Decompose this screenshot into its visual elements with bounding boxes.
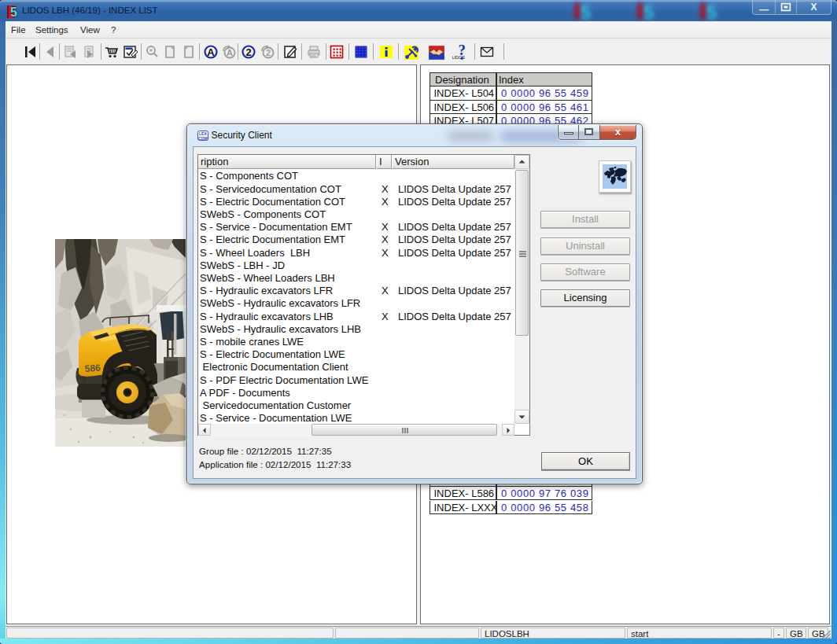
svg-text:5: 5 [10, 6, 17, 18]
svg-text:COM: COM [198, 136, 208, 141]
svg-text:586: 586 [84, 362, 101, 374]
svg-text:A: A [227, 48, 233, 57]
svg-text:5: 5 [581, 2, 591, 20]
svg-text:5: 5 [706, 2, 717, 20]
svg-text:5: 5 [643, 2, 654, 20]
svg-text:LIDOS: LIDOS [452, 55, 465, 60]
svg-text:2: 2 [245, 46, 251, 58]
svg-text:2: 2 [266, 48, 271, 57]
svg-text:A: A [207, 46, 215, 58]
